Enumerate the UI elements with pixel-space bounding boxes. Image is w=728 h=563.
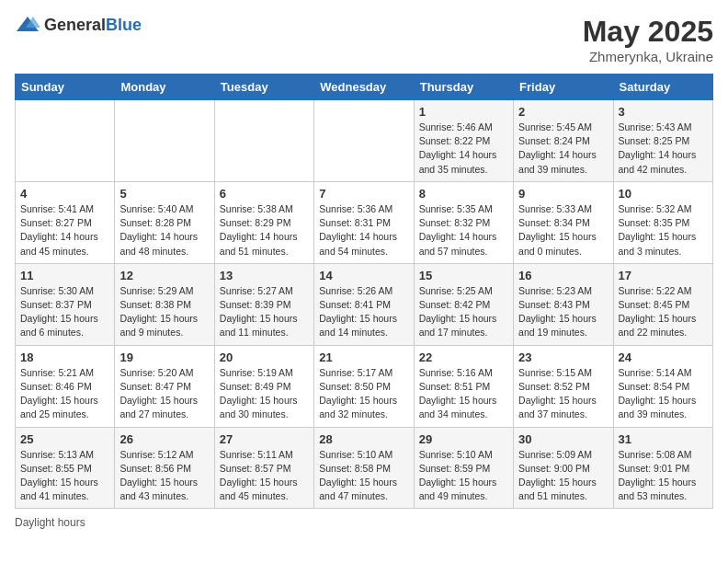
day-info: Sunrise: 5:35 AM Sunset: 8:32 PM Dayligh… (419, 202, 508, 259)
calendar-cell: 14Sunrise: 5:26 AM Sunset: 8:41 PM Dayli… (314, 263, 414, 345)
col-header-sunday: Sunday (16, 75, 115, 100)
day-number: 12 (119, 269, 209, 282)
day-info: Sunrise: 5:14 AM Sunset: 8:54 PM Dayligh… (619, 366, 708, 422)
week-row-1: 1Sunrise: 5:46 AM Sunset: 8:22 PM Daylig… (16, 100, 713, 182)
day-number: 17 (619, 269, 708, 282)
month-year: May 2025 (583, 15, 713, 49)
day-number: 24 (619, 350, 708, 364)
day-info: Sunrise: 5:41 AM Sunset: 8:27 PM Dayligh… (20, 202, 109, 259)
week-row-4: 18Sunrise: 5:21 AM Sunset: 8:46 PM Dayli… (16, 345, 713, 427)
week-row-3: 11Sunrise: 5:30 AM Sunset: 8:37 PM Dayli… (16, 263, 713, 345)
calendar-cell: 11Sunrise: 5:30 AM Sunset: 8:37 PM Dayli… (16, 263, 115, 345)
calendar-cell: 13Sunrise: 5:27 AM Sunset: 8:39 PM Dayli… (214, 263, 313, 345)
calendar-cell: 26Sunrise: 5:12 AM Sunset: 8:56 PM Dayli… (115, 427, 214, 509)
day-number: 10 (619, 187, 708, 201)
day-number: 29 (419, 432, 508, 446)
calendar-cell: 24Sunrise: 5:14 AM Sunset: 8:54 PM Dayli… (613, 345, 712, 427)
day-info: Sunrise: 5:22 AM Sunset: 8:45 PM Dayligh… (619, 284, 708, 340)
calendar-cell: 16Sunrise: 5:23 AM Sunset: 8:43 PM Dayli… (514, 263, 613, 345)
calendar-cell (115, 100, 214, 182)
day-number: 9 (518, 187, 608, 201)
day-info: Sunrise: 5:09 AM Sunset: 9:00 PM Dayligh… (518, 448, 608, 504)
calendar-cell: 31Sunrise: 5:08 AM Sunset: 9:01 PM Dayli… (613, 427, 712, 509)
calendar-cell: 19Sunrise: 5:20 AM Sunset: 8:47 PM Dayli… (115, 345, 214, 427)
calendar-cell: 12Sunrise: 5:29 AM Sunset: 8:38 PM Dayli… (115, 263, 214, 345)
day-info: Sunrise: 5:33 AM Sunset: 8:34 PM Dayligh… (518, 202, 608, 259)
col-header-saturday: Saturday (613, 75, 712, 100)
day-info: Sunrise: 5:25 AM Sunset: 8:42 PM Dayligh… (419, 284, 508, 340)
col-header-monday: Monday (115, 75, 214, 100)
day-info: Sunrise: 5:17 AM Sunset: 8:50 PM Dayligh… (319, 366, 408, 422)
day-info: Sunrise: 5:15 AM Sunset: 8:52 PM Dayligh… (518, 366, 608, 422)
day-number: 23 (518, 350, 608, 364)
day-info: Sunrise: 5:11 AM Sunset: 8:57 PM Dayligh… (220, 448, 309, 504)
day-info: Sunrise: 5:36 AM Sunset: 8:31 PM Dayligh… (319, 202, 408, 259)
page-header: GeneralBlue May 2025 Zhmerynka, Ukraine (15, 15, 713, 64)
logo: GeneralBlue (15, 15, 142, 35)
calendar-cell: 29Sunrise: 5:10 AM Sunset: 8:59 PM Dayli… (414, 427, 513, 509)
day-info: Sunrise: 5:26 AM Sunset: 8:41 PM Dayligh… (319, 284, 408, 340)
logo-general: General (44, 16, 106, 34)
day-info: Sunrise: 5:27 AM Sunset: 8:39 PM Dayligh… (220, 284, 309, 340)
daylight-hours-label: Daylight hours (15, 516, 85, 529)
day-number: 8 (419, 187, 508, 201)
day-number: 25 (20, 432, 109, 446)
calendar-cell (16, 100, 115, 182)
calendar-table: SundayMondayTuesdayWednesdayThursdayFrid… (15, 74, 713, 509)
calendar-cell: 25Sunrise: 5:13 AM Sunset: 8:55 PM Dayli… (16, 427, 115, 509)
day-number: 13 (220, 269, 309, 282)
calendar-cell: 4Sunrise: 5:41 AM Sunset: 8:27 PM Daylig… (16, 181, 115, 263)
day-info: Sunrise: 5:23 AM Sunset: 8:43 PM Dayligh… (518, 284, 608, 340)
day-number: 1 (419, 105, 508, 119)
calendar-cell: 10Sunrise: 5:32 AM Sunset: 8:35 PM Dayli… (613, 181, 712, 263)
day-number: 14 (319, 269, 408, 282)
day-number: 19 (119, 350, 209, 364)
week-row-2: 4Sunrise: 5:41 AM Sunset: 8:27 PM Daylig… (16, 181, 713, 263)
day-number: 7 (319, 187, 408, 201)
day-info: Sunrise: 5:21 AM Sunset: 8:46 PM Dayligh… (20, 366, 109, 422)
calendar-cell: 6Sunrise: 5:38 AM Sunset: 8:29 PM Daylig… (214, 181, 313, 263)
day-info: Sunrise: 5:10 AM Sunset: 8:58 PM Dayligh… (319, 448, 408, 504)
day-number: 22 (419, 350, 508, 364)
title-block: May 2025 Zhmerynka, Ukraine (583, 15, 713, 64)
day-info: Sunrise: 5:30 AM Sunset: 8:37 PM Dayligh… (20, 284, 109, 340)
day-info: Sunrise: 5:16 AM Sunset: 8:51 PM Dayligh… (419, 366, 508, 422)
calendar-cell: 21Sunrise: 5:17 AM Sunset: 8:50 PM Dayli… (314, 345, 414, 427)
day-info: Sunrise: 5:20 AM Sunset: 8:47 PM Dayligh… (119, 366, 209, 422)
day-number: 6 (220, 187, 309, 201)
day-number: 26 (119, 432, 209, 446)
calendar-cell: 17Sunrise: 5:22 AM Sunset: 8:45 PM Dayli… (613, 263, 712, 345)
calendar-cell: 5Sunrise: 5:40 AM Sunset: 8:28 PM Daylig… (115, 181, 214, 263)
calendar-cell: 2Sunrise: 5:45 AM Sunset: 8:24 PM Daylig… (514, 100, 613, 182)
calendar-cell: 8Sunrise: 5:35 AM Sunset: 8:32 PM Daylig… (414, 181, 513, 263)
day-number: 3 (619, 105, 708, 119)
day-number: 4 (20, 187, 109, 201)
day-number: 21 (319, 350, 408, 364)
calendar-cell (214, 100, 313, 182)
day-number: 30 (518, 432, 608, 446)
calendar-cell: 15Sunrise: 5:25 AM Sunset: 8:42 PM Dayli… (414, 263, 513, 345)
header-row: SundayMondayTuesdayWednesdayThursdayFrid… (16, 75, 713, 100)
day-info: Sunrise: 5:46 AM Sunset: 8:22 PM Dayligh… (419, 121, 508, 177)
day-info: Sunrise: 5:10 AM Sunset: 8:59 PM Dayligh… (419, 448, 508, 504)
calendar-cell: 30Sunrise: 5:09 AM Sunset: 9:00 PM Dayli… (514, 427, 613, 509)
calendar-cell: 23Sunrise: 5:15 AM Sunset: 8:52 PM Dayli… (514, 345, 613, 427)
day-number: 31 (619, 432, 708, 446)
location: Zhmerynka, Ukraine (583, 49, 713, 64)
logo-blue: Blue (106, 16, 142, 34)
day-number: 20 (220, 350, 309, 364)
calendar-cell: 7Sunrise: 5:36 AM Sunset: 8:31 PM Daylig… (314, 181, 414, 263)
calendar-cell: 22Sunrise: 5:16 AM Sunset: 8:51 PM Dayli… (414, 345, 513, 427)
col-header-wednesday: Wednesday (314, 75, 414, 100)
logo-text: GeneralBlue (44, 16, 142, 35)
day-info: Sunrise: 5:38 AM Sunset: 8:29 PM Dayligh… (220, 202, 309, 259)
day-info: Sunrise: 5:45 AM Sunset: 8:24 PM Dayligh… (518, 121, 608, 177)
calendar-cell: 18Sunrise: 5:21 AM Sunset: 8:46 PM Dayli… (16, 345, 115, 427)
day-number: 5 (119, 187, 209, 201)
col-header-friday: Friday (514, 75, 613, 100)
day-number: 28 (319, 432, 408, 446)
day-number: 18 (20, 350, 109, 364)
day-info: Sunrise: 5:19 AM Sunset: 8:49 PM Dayligh… (220, 366, 309, 422)
day-number: 27 (220, 432, 309, 446)
day-info: Sunrise: 5:08 AM Sunset: 9:01 PM Dayligh… (619, 448, 708, 504)
